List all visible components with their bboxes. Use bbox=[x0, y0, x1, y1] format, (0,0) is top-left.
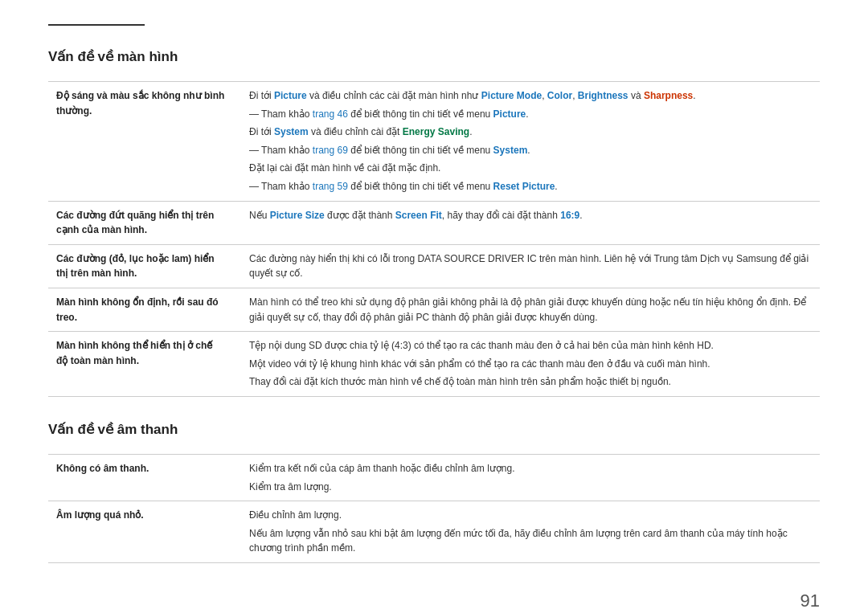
solution-text-1: Tệp nội dung SD được chia tỷ lệ (4:3) có… bbox=[249, 340, 714, 351]
reset-picture-label: Reset Picture bbox=[493, 181, 555, 192]
link-trang69[interactable]: trang 69 bbox=[313, 145, 348, 156]
solution-text: Các đường này hiển thị khi có lỗi trong … bbox=[249, 253, 809, 280]
solution-text-2: Một video với tỷ lệ khung hình khác với … bbox=[249, 357, 812, 372]
picture-mode-label: Picture Mode bbox=[481, 90, 542, 101]
solution-cell: Các đường này hiển thị khi có lỗi trong … bbox=[241, 244, 820, 288]
ratio-label: 16:9 bbox=[560, 210, 579, 221]
table-row: Các đường đứt quãng hiển thị trên cạnh c… bbox=[48, 201, 820, 244]
problem-cell: Các đường đứt quãng hiển thị trên cạnh c… bbox=[48, 201, 241, 244]
sub-note-1: ― Tham khảo trang 46 để biết thông tin c… bbox=[249, 107, 812, 122]
section2-title: Vấn đề về âm thanh bbox=[48, 421, 820, 444]
problem-cell: Các đường (đỏ, lục hoặc lam) hiển thị tr… bbox=[48, 244, 241, 288]
sub-note-3: ― Tham khảo trang 59 để biết thông tin c… bbox=[249, 179, 812, 194]
reset-note: Đặt lại cài đặt màn hình về cài đặt mặc … bbox=[249, 161, 812, 176]
system-ref: System bbox=[493, 145, 528, 156]
table-row: Các đường (đỏ, lục hoặc lam) hiển thị tr… bbox=[48, 244, 820, 288]
section2-table: Không có âm thanh. Kiểm tra kết nối của … bbox=[48, 454, 820, 563]
table-row: Không có âm thanh. Kiểm tra kết nối của … bbox=[48, 454, 820, 501]
picture-size-label: Picture Size bbox=[270, 210, 325, 221]
section1-title: Vấn đề về màn hình bbox=[48, 48, 820, 72]
system-label: System bbox=[274, 126, 309, 137]
solution-text-1: Điều chỉnh âm lượng. bbox=[249, 509, 342, 521]
sharpness-label: Sharpness bbox=[644, 90, 693, 101]
section1-table: Độ sáng và màu sắc không như bình thường… bbox=[48, 81, 820, 397]
problem-cell: Độ sáng và màu sắc không như bình thường… bbox=[48, 82, 241, 202]
solution-text: Nếu Picture Size được đặt thành Screen F… bbox=[249, 210, 583, 221]
sub-note-2: ― Tham khảo trang 69 để biết thông tin c… bbox=[249, 143, 812, 158]
solution-text: Màn hình có thể treo khi sử dụng độ phân… bbox=[249, 296, 806, 323]
table-row: Màn hình không ổn định, rồi sau đó treo.… bbox=[48, 288, 820, 331]
screen-fit-label: Screen Fit bbox=[395, 210, 442, 221]
solution-text-2: Kiểm tra âm lượng. bbox=[249, 480, 812, 495]
solution-text: Đi tới Picture và điều chỉnh các cài đặt… bbox=[249, 90, 696, 101]
table-row: Màn hình không thể hiển thị ở chế độ toà… bbox=[48, 332, 820, 397]
color-label: Color bbox=[547, 90, 572, 101]
problem-cell: Không có âm thanh. bbox=[48, 454, 241, 501]
link-trang46[interactable]: trang 46 bbox=[313, 108, 348, 120]
solution-text-2: Nếu âm lượng vẫn nhỏ sau khi bật âm lượn… bbox=[249, 526, 812, 556]
top-decorative-line bbox=[48, 24, 145, 26]
picture-label: Picture bbox=[274, 90, 307, 101]
table-row: Độ sáng và màu sắc không như bình thường… bbox=[48, 82, 820, 202]
brightness-label: Brightness bbox=[578, 90, 628, 101]
link-trang59[interactable]: trang 59 bbox=[313, 181, 348, 192]
solution-text-1: Kiểm tra kết nối của cáp âm thanh hoặc đ… bbox=[249, 463, 514, 474]
solution-cell: Màn hình có thể treo khi sử dụng độ phân… bbox=[241, 288, 820, 331]
problem-cell: Màn hình không thể hiển thị ở chế độ toà… bbox=[48, 332, 241, 397]
system-note: Đi tới System và điều chỉnh cài đặt Ener… bbox=[249, 125, 812, 140]
solution-cell: Kiểm tra kết nối của cáp âm thanh hoặc đ… bbox=[241, 454, 820, 501]
solution-cell: Đi tới Picture và điều chỉnh các cài đặt… bbox=[241, 82, 820, 202]
solution-cell: Nếu Picture Size được đặt thành Screen F… bbox=[241, 201, 820, 244]
energy-saving-label: Energy Saving bbox=[403, 126, 469, 137]
solution-cell: Tệp nội dung SD được chia tỷ lệ (4:3) có… bbox=[241, 332, 820, 397]
table-row: Âm lượng quá nhỏ. Điều chỉnh âm lượng. N… bbox=[48, 501, 820, 563]
solution-cell: Điều chỉnh âm lượng. Nếu âm lượng vẫn nh… bbox=[241, 501, 820, 563]
picture-ref: Picture bbox=[493, 108, 526, 120]
problem-cell: Âm lượng quá nhỏ. bbox=[48, 501, 241, 563]
problem-cell: Màn hình không ổn định, rồi sau đó treo. bbox=[48, 288, 241, 331]
page-number: 91 bbox=[800, 591, 820, 611]
solution-text-3: Thay đổi cài đặt kích thước màn hình về … bbox=[249, 374, 812, 390]
